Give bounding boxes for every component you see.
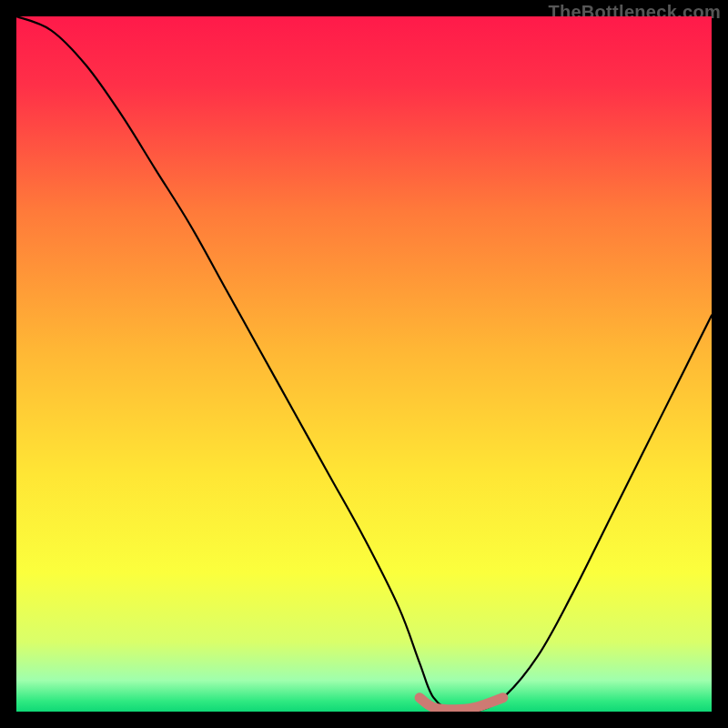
bottleneck-chart — [16, 16, 712, 712]
plot-area — [16, 16, 712, 712]
gradient-background — [16, 16, 712, 712]
chart-frame: TheBottleneck.com — [0, 0, 728, 728]
